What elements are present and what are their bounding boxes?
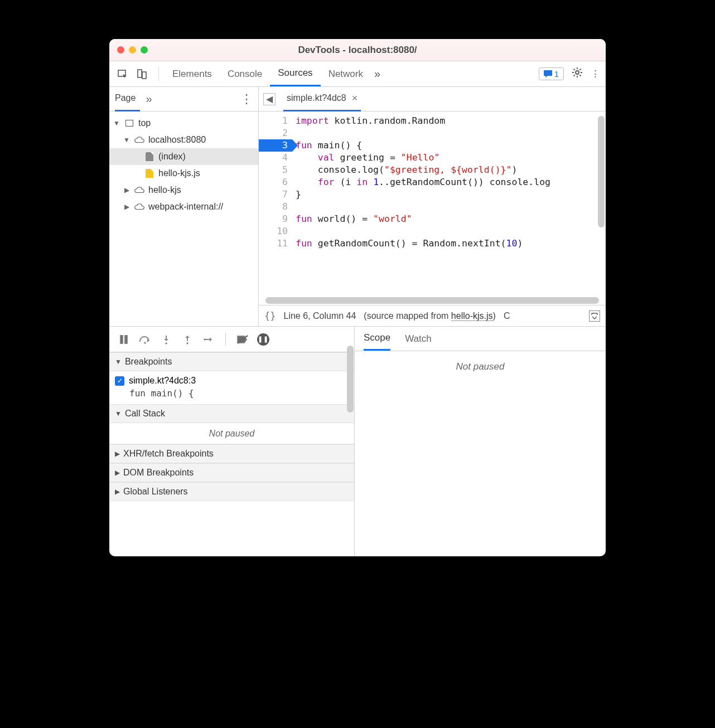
editor-tab-label: simple.kt?4dc8 (287, 93, 346, 103)
section-xhr-breakpoints[interactable]: ▶XHR/fetch Breakpoints (109, 444, 354, 463)
tree-label: webpack-internal:// (148, 202, 223, 212)
line-number[interactable]: 8 (259, 201, 288, 213)
step-out-button[interactable] (181, 333, 194, 346)
messages-count: 1 (554, 69, 559, 79)
settings-gear-icon[interactable] (572, 67, 583, 81)
svg-line-12 (579, 69, 581, 70)
coverage-indicator: C (504, 311, 510, 321)
cursor-position: Line 6, Column 44 (283, 311, 356, 321)
scope-watch-tabs: Scope Watch (355, 327, 606, 351)
debugger-split: ❚❚ ▼Breakpoints ✓ simple.kt?4dc8:3 fun m… (109, 327, 606, 556)
tree-node-webpack-internal[interactable]: ▶ webpack-internal:// (109, 198, 258, 215)
js-file-icon (146, 169, 153, 178)
step-button[interactable] (202, 333, 215, 346)
close-window-button[interactable] (117, 46, 124, 54)
scope-not-paused: Not paused (355, 351, 606, 556)
line-number[interactable]: 3 (259, 139, 292, 152)
section-breakpoints[interactable]: ▼Breakpoints (109, 352, 354, 371)
line-gutter[interactable]: 1234567891011 (259, 111, 292, 299)
line-number[interactable]: 7 (259, 188, 288, 201)
line-number[interactable]: 10 (259, 225, 288, 237)
section-dom-breakpoints[interactable]: ▶DOM Breakpoints (109, 463, 354, 482)
tab-elements[interactable]: Elements (165, 61, 220, 86)
device-toolbar-icon[interactable] (134, 66, 149, 82)
section-global-listeners[interactable]: ▶Global Listeners (109, 482, 354, 501)
svg-rect-1 (138, 70, 142, 77)
minimize-window-button[interactable] (129, 46, 136, 54)
sources-upper-split: Page » ⋮ ▼ top ▼ localhost:8080 (index) (109, 87, 606, 327)
navigator-tab-page[interactable]: Page (115, 93, 140, 111)
tree-top-frame[interactable]: ▼ top (109, 115, 258, 132)
vertical-scrollbar[interactable] (598, 116, 605, 227)
breakpoints-panel: ❚❚ ▼Breakpoints ✓ simple.kt?4dc8:3 fun m… (109, 327, 355, 556)
line-number[interactable]: 1 (259, 115, 288, 127)
editor-tab-simple-kt[interactable]: simple.kt?4dc8 × (283, 87, 361, 111)
breakpoint-item[interactable]: ✓ simple.kt?4dc8:3 fun main() { (109, 371, 354, 404)
tab-network[interactable]: Network (321, 61, 371, 86)
chat-icon (544, 70, 552, 77)
breakpoint-checkbox[interactable]: ✓ (115, 376, 124, 386)
line-number[interactable]: 5 (259, 164, 288, 176)
navigator-menu-kebab-icon[interactable]: ⋮ (240, 92, 253, 106)
tab-scope[interactable]: Scope (364, 327, 390, 351)
scope-watch-panel: Scope Watch Not paused (355, 327, 606, 556)
tree-origin-localhost[interactable]: ▼ localhost:8080 (109, 132, 258, 148)
toggle-navigator-icon[interactable]: ◀ (263, 93, 276, 105)
tree-file-hello-kjs-js[interactable]: hello-kjs.js (109, 165, 258, 182)
svg-line-9 (574, 69, 575, 70)
source-map-link[interactable]: hello-kjs.js (451, 311, 493, 321)
more-menu-kebab-icon[interactable]: ⋮ (591, 68, 600, 80)
navigator-panel-head: Page » ⋮ (109, 87, 258, 111)
tab-console[interactable]: Console (220, 61, 270, 86)
line-number[interactable]: 4 (259, 152, 288, 164)
devtools-window: DevTools - localhost:8080/ Elements Cons… (109, 39, 606, 556)
line-number[interactable]: 11 (259, 237, 288, 250)
breakpoint-snippet: fun main() { (129, 388, 349, 399)
code-content[interactable]: import kotlin.random.Randomfun main() { … (292, 111, 606, 297)
zoom-window-button[interactable] (141, 46, 148, 54)
toolbar-separator (225, 333, 226, 346)
navigator-panel: Page » ⋮ ▼ top ▼ localhost:8080 (index) (109, 87, 259, 326)
editor-tabbar: ◀ simple.kt?4dc8 × (259, 87, 606, 111)
close-tab-icon[interactable]: × (352, 93, 358, 104)
debugger-toolbar: ❚❚ (109, 327, 354, 352)
pause-resume-button[interactable] (117, 333, 131, 346)
section-callstack[interactable]: ▼Call Stack (109, 404, 354, 423)
deactivate-breakpoints-button[interactable] (236, 333, 249, 346)
tree-file-index[interactable]: (index) (109, 148, 258, 165)
pretty-print-button[interactable]: {} (264, 310, 276, 322)
pause-on-exceptions-button[interactable]: ❚❚ (257, 333, 269, 346)
traffic-lights (117, 46, 148, 54)
panel-scrollbar[interactable] (347, 346, 354, 412)
tree-label: hello-kjs (148, 185, 181, 195)
code-editor[interactable]: 1234567891011 import kotlin.random.Rando… (259, 111, 606, 305)
editor-panel: ◀ simple.kt?4dc8 × 1234567891011 import … (259, 87, 606, 326)
svg-point-4 (576, 71, 579, 74)
tree-label: top (138, 118, 151, 128)
cloud-icon (134, 185, 145, 196)
show-coverage-icon[interactable] (589, 310, 600, 322)
step-over-button[interactable] (138, 333, 152, 346)
tree-node-hello-kjs[interactable]: ▶ hello-kjs (109, 182, 258, 198)
inspect-element-icon[interactable] (115, 66, 131, 82)
messages-badge[interactable]: 1 (539, 67, 564, 80)
tab-sources[interactable]: Sources (270, 61, 320, 86)
navigator-more-chevron-icon[interactable]: » (146, 93, 152, 105)
svg-point-19 (186, 342, 189, 344)
horizontal-scrollbar[interactable] (265, 297, 599, 304)
breakpoint-label: simple.kt?4dc8:3 (129, 376, 196, 386)
tree-label: hello-kjs.js (158, 168, 200, 178)
line-number[interactable]: 2 (259, 127, 288, 139)
callstack-not-paused: Not paused (109, 423, 354, 444)
main-toolbar: Elements Console Sources Network » 1 ⋮ (109, 61, 606, 87)
source-mapped-note: (source mapped from hello-kjs.js) (364, 311, 496, 321)
more-tabs-chevron-icon[interactable]: » (374, 67, 380, 80)
line-number[interactable]: 6 (259, 176, 288, 188)
tree-label: localhost:8080 (148, 135, 206, 145)
step-into-button[interactable] (160, 333, 173, 346)
titlebar: DevTools - localhost:8080/ (109, 39, 606, 61)
svg-line-11 (574, 75, 575, 76)
line-number[interactable]: 9 (259, 213, 288, 225)
tab-watch[interactable]: Watch (405, 327, 432, 351)
file-icon (146, 152, 153, 161)
